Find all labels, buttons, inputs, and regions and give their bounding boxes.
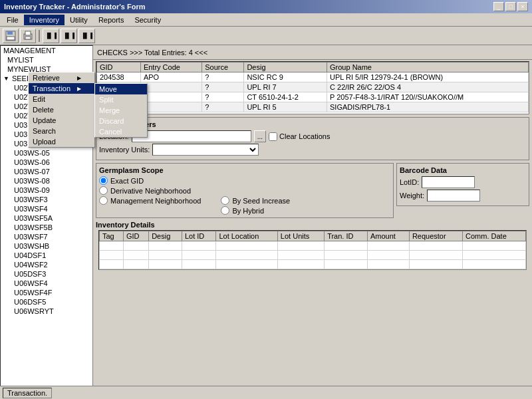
location-input[interactable]	[132, 130, 251, 142]
details-cell-0-3	[182, 241, 215, 251]
close-button[interactable]: ×	[517, 2, 528, 11]
details-col-header-6: Tran. ID	[325, 231, 368, 241]
sidebar-item-14[interactable]: U03WS-08	[1, 176, 92, 186]
table-row-2[interactable]: 4041333?CT 6510-24-1-2P 2057-F48-3-1/IRA…	[97, 92, 529, 102]
details-cell-2-9	[463, 260, 526, 269]
sidebar-item-27[interactable]: U06DSF5	[1, 297, 92, 307]
details-cell-1-7	[367, 251, 409, 260]
sidebar-item-24[interactable]: U05DSF3	[1, 269, 92, 279]
sidebar-item-15[interactable]: U03WS-09	[1, 186, 92, 195]
sidebar-item-12[interactable]: U03WS-06	[1, 158, 92, 167]
details-cell-2-7	[367, 260, 409, 269]
details-cell-2-1	[123, 260, 148, 269]
by-hybrid-label: By Hybrid	[221, 206, 290, 215]
toolbar-save-btn[interactable]	[3, 29, 19, 43]
details-cell-0-1	[123, 241, 148, 251]
sidebar-item-22[interactable]: U04DSF1	[1, 251, 92, 260]
col-header-2: Source	[202, 63, 244, 72]
by-hybrid-radio[interactable]	[221, 206, 229, 215]
details-row-2[interactable]	[100, 260, 526, 269]
col-header-1: Entry Code	[140, 63, 201, 72]
table-row-3[interactable]: 5102414?UPL RI 5SIGADIS/RPL78-1	[97, 102, 529, 112]
menu-update[interactable]: Update	[29, 115, 94, 126]
minimize-button[interactable]: _	[493, 2, 504, 11]
cell-1-2: ?	[202, 82, 244, 92]
sidebar-item-26[interactable]: U05WSF4F	[1, 288, 92, 297]
details-cell-2-4	[216, 260, 277, 269]
submenu-move[interactable]: Move	[95, 84, 147, 94]
submenu-merge[interactable]: Merge	[95, 105, 147, 116]
sidebar-item-17[interactable]: U03WSF4	[1, 204, 92, 213]
submenu-discard[interactable]: Discard	[95, 116, 147, 126]
weight-input[interactable]	[427, 190, 480, 201]
sidebar-item-1[interactable]: MYLIST	[1, 55, 92, 65]
details-cell-1-9	[463, 251, 526, 260]
sidebar-item-13[interactable]: U03WS-07	[1, 167, 92, 176]
sidebar-item-23[interactable]: U04WSF2	[1, 260, 92, 269]
barcode-data-title: Barcode Data	[400, 166, 526, 174]
menu-search[interactable]: Search	[29, 126, 94, 136]
sidebar-item-16[interactable]: U03WSF3	[1, 195, 92, 204]
sidebar-item-0[interactable]: MANAGEMENT	[1, 46, 92, 55]
sidebar-item-18[interactable]: U03WSF5A	[1, 213, 92, 223]
details-col-header-9: Comm. Date	[463, 231, 526, 241]
details-cell-2-3	[182, 260, 215, 269]
details-col-header-5: Lot Units	[277, 231, 324, 241]
menu-edit[interactable]: Edit	[29, 94, 94, 104]
exact-gid-radio[interactable]	[99, 176, 108, 185]
details-cell-0-6	[325, 241, 368, 251]
details-col-header-3: Lot ID	[182, 231, 215, 241]
cell-2-2: ?	[202, 92, 244, 102]
menu-security[interactable]: Security	[129, 15, 166, 25]
cell-3-4: SIGADIS/RPL78-1	[327, 102, 529, 112]
toolbar-barcode1-btn[interactable]: ▐▌▐	[43, 29, 59, 43]
location-browse-btn[interactable]: ...	[254, 130, 266, 142]
management-neighborhood-radio[interactable]	[99, 196, 108, 205]
menu-delete[interactable]: Delete	[29, 104, 94, 115]
maximize-button[interactable]: □	[505, 2, 516, 11]
toolbar-print-btn[interactable]	[20, 29, 36, 43]
transaction-submenu: Move Split Merge Discard Cancel	[94, 83, 148, 138]
table-row-0[interactable]: 204538APO?NSIC RC 9UPL RI 5/IR 12979-24-…	[97, 72, 529, 82]
status-bar: Transaction.	[0, 386, 532, 399]
sidebar-item-11[interactable]: U03WS-05	[1, 148, 92, 158]
derivative-neighborhood-radio[interactable]	[99, 186, 108, 195]
details-row-1[interactable]	[100, 251, 526, 260]
menu-reports[interactable]: Reports	[93, 15, 130, 25]
menu-utility[interactable]: Utility	[65, 15, 93, 25]
sidebar-item-28[interactable]: U06WSRYT	[1, 307, 92, 316]
sidebar-item-20[interactable]: U03WSF7	[1, 232, 92, 241]
svg-rect-5	[25, 37, 31, 39]
weight-label: Weight:	[400, 192, 424, 200]
data-table: GIDEntry CodeSourceDesigGroup Name204538…	[96, 62, 529, 112]
details-cell-2-5	[277, 260, 324, 269]
menu-inventory[interactable]: Inventory	[24, 15, 65, 25]
derivative-neighborhood-label: Derivative Neighborhood	[99, 186, 390, 195]
menu-file[interactable]: File	[1, 15, 24, 25]
submenu-cancel[interactable]: Cancel	[95, 126, 147, 137]
inventory-filters-section: Inventory Filters Location: ... Clear Lo…	[96, 117, 529, 160]
svg-rect-4	[25, 31, 31, 35]
sidebar-item-25[interactable]: U06WSF4	[1, 279, 92, 288]
inventory-units-select[interactable]	[152, 144, 259, 156]
cell-2-1: 3	[140, 92, 201, 102]
details-col-header-0: Tag	[100, 231, 124, 241]
records-bar: CHECKS >>> Total Entries: 4 <<<	[93, 45, 532, 60]
lot-id-label: LotID:	[400, 178, 419, 186]
details-cell-2-0	[100, 260, 124, 269]
table-row-1[interactable]: 3670042?UPL RI 7C 22/IR 26/C 22/OS 4	[97, 82, 529, 92]
by-seed-increase-radio[interactable]	[221, 196, 229, 205]
submenu-split[interactable]: Split	[95, 94, 147, 105]
menu-retrieve[interactable]: Retrieve ▶	[29, 72, 94, 83]
col-header-4: Group Name	[327, 63, 529, 72]
details-row-0[interactable]	[100, 241, 526, 251]
sidebar-item-19[interactable]: U03WSF5B	[1, 223, 92, 232]
sidebar-item-21[interactable]: U03WSHB	[1, 241, 92, 251]
menu-upload[interactable]: Upload	[29, 136, 94, 147]
inventory-units-label: Inventory Units:	[99, 146, 150, 154]
toolbar-barcode2-btn[interactable]: ▐▌▐	[61, 29, 77, 43]
toolbar-barcode3-btn[interactable]: ▐▌▐	[78, 29, 95, 43]
lot-id-input[interactable]	[422, 176, 475, 188]
clear-locations-checkbox[interactable]	[269, 132, 277, 141]
menu-transaction[interactable]: Transaction ▶ Move Split Merge Discard C…	[29, 83, 94, 94]
